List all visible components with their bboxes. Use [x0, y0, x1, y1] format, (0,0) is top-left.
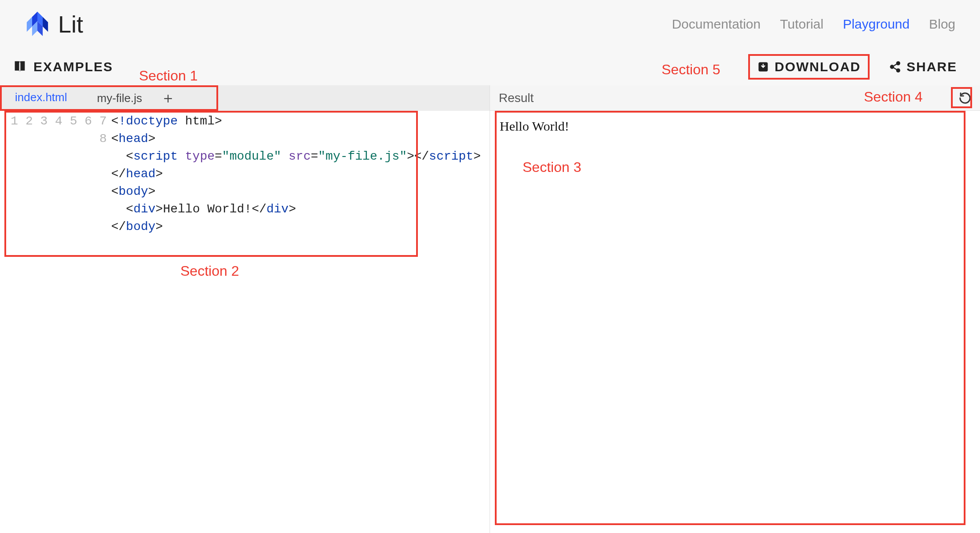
main-nav: Documentation Tutorial Playground Blog — [672, 17, 955, 32]
brand[interactable]: Lit — [25, 11, 83, 38]
svg-marker-2 — [27, 17, 32, 32]
svg-marker-3 — [43, 17, 48, 32]
tab-index-html[interactable]: index.html — [0, 85, 82, 111]
toolbar-right: DOWNLOAD SHARE — [748, 54, 964, 80]
toolbar-left: EXAMPLES — [12, 59, 113, 74]
tab-my-file-js[interactable]: my-file.js — [82, 85, 157, 111]
nav-tutorial[interactable]: Tutorial — [780, 17, 823, 32]
code-lines[interactable]: <!doctype html> <head> <script type="mod… — [111, 113, 490, 236]
result-text: Hello World! — [500, 119, 569, 133]
editor-pane: index.html my-file.js ＋ 1 2 3 4 5 6 7 8 … — [0, 85, 490, 533]
share-label: SHARE — [907, 59, 957, 74]
examples-button[interactable]: EXAMPLES — [33, 59, 113, 74]
book-icon — [12, 59, 27, 74]
brand-name: Lit — [58, 11, 83, 38]
nav-blog[interactable]: Blog — [929, 17, 955, 32]
svg-point-8 — [890, 66, 893, 69]
add-tab-button[interactable]: ＋ — [157, 85, 179, 111]
nav-documentation[interactable]: Documentation — [672, 17, 761, 32]
playground-toolbar: EXAMPLES DOWNLOAD SHARE — [0, 48, 980, 85]
download-icon — [757, 61, 769, 73]
result-output: Hello World! — [490, 111, 980, 533]
result-header: Result — [490, 85, 980, 111]
svg-point-9 — [896, 69, 900, 72]
svg-point-7 — [896, 62, 900, 65]
lit-logo-icon — [25, 11, 50, 38]
result-pane: Result Hello World! — [490, 85, 980, 533]
download-button[interactable]: DOWNLOAD — [748, 54, 870, 80]
reload-button[interactable] — [955, 88, 975, 108]
plus-icon: ＋ — [161, 88, 176, 108]
site-header: Lit Documentation Tutorial Playground Bl… — [0, 0, 980, 48]
download-label: DOWNLOAD — [775, 59, 861, 74]
result-title: Result — [499, 91, 534, 105]
code-editor[interactable]: 1 2 3 4 5 6 7 8 <!doctype html> <head> <… — [0, 111, 490, 533]
file-tabs: index.html my-file.js ＋ — [0, 85, 490, 111]
line-gutter: 1 2 3 4 5 6 7 8 — [0, 113, 111, 236]
share-icon — [889, 61, 901, 73]
playground-main: Section 1 Section 2 Section 3 Section 4 … — [0, 85, 980, 533]
nav-playground[interactable]: Playground — [843, 17, 910, 32]
share-button[interactable]: SHARE — [882, 56, 964, 78]
reload-icon — [958, 91, 972, 105]
